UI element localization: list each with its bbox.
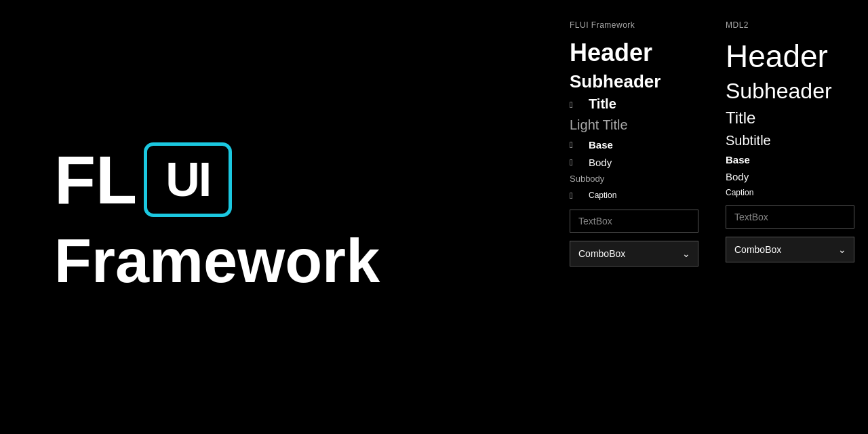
title-font-icon: : [570, 98, 582, 111]
base-font-icon: : [570, 138, 582, 151]
svg-text:: : [570, 100, 573, 110]
body-font-icon: : [570, 156, 582, 168]
right-panel: FLUI Framework Header Subheader  Title …: [556, 0, 868, 434]
left-panel: FL UI Framework: [0, 0, 556, 434]
caption-font-icon: : [570, 189, 582, 201]
flui-caption-row:  Caption: [570, 189, 698, 201]
logo-container: FL UI: [54, 142, 232, 217]
svg-text:: : [570, 157, 573, 167]
flui-combobox-wrapper: ComboBox ⌄: [570, 241, 698, 267]
flui-header: Header: [570, 39, 698, 66]
logo-ui-box: UI: [144, 142, 232, 217]
mdl2-base: Base: [726, 154, 854, 165]
logo-ui-text: UI: [165, 156, 210, 203]
mdl2-header: Header: [726, 39, 854, 74]
mdl2-caption: Caption: [726, 188, 854, 197]
mdl2-combobox-wrapper: ComboBox ⌄: [726, 237, 854, 262]
logo-fl-text: FL: [54, 146, 137, 214]
flui-title-row:  Title: [570, 96, 698, 112]
flui-combobox[interactable]: ComboBox: [570, 241, 698, 267]
flui-base-row:  Base: [570, 138, 698, 151]
mdl2-title: Title: [726, 108, 854, 127]
flui-light-title: Light Title: [570, 117, 698, 133]
flui-column: FLUI Framework Header Subheader  Title …: [556, 14, 712, 420]
mdl2-column: MDL2 Header Subheader Title Subtitle Bas…: [712, 14, 868, 420]
logo-framework-text: Framework: [54, 231, 380, 292]
flui-subheader: Subheader: [570, 72, 698, 92]
mdl2-subtitle: Subtitle: [726, 133, 854, 149]
flui-caption: Caption: [589, 191, 616, 200]
mdl2-textbox[interactable]: [726, 205, 854, 229]
flui-textbox[interactable]: [570, 210, 698, 233]
mdl2-column-label: MDL2: [726, 20, 854, 30]
flui-subbody: Subbody: [570, 174, 698, 184]
mdl2-body: Body: [726, 171, 854, 182]
flui-base: Base: [589, 139, 613, 151]
flui-body: Body: [589, 157, 612, 168]
svg-text:: : [570, 191, 573, 201]
svg-text:: : [570, 140, 573, 150]
mdl2-subheader: Subheader: [726, 79, 854, 103]
flui-column-label: FLUI Framework: [570, 20, 698, 30]
flui-title: Title: [589, 96, 616, 112]
flui-body-row:  Body: [570, 156, 698, 168]
mdl2-combobox[interactable]: ComboBox: [726, 237, 854, 262]
